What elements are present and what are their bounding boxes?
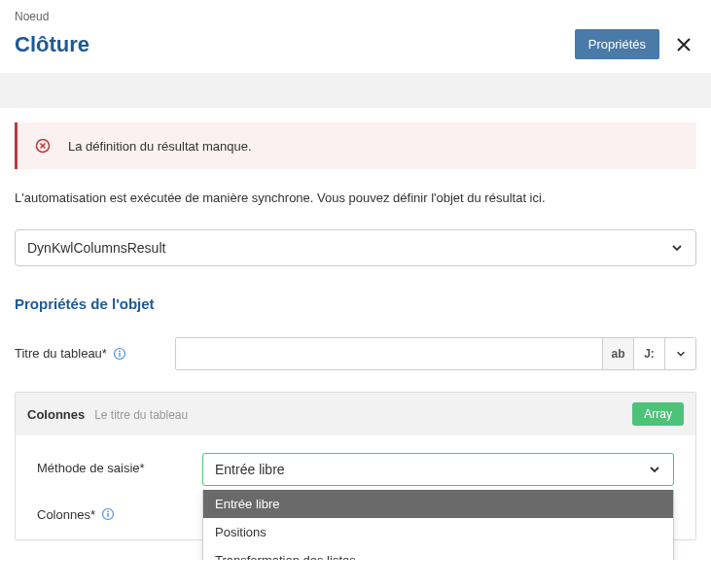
dropdown-option[interactable]: Positions [203, 518, 673, 546]
error-alert: La définition du résultat manque. [15, 122, 696, 169]
chevron-down-icon[interactable] [664, 338, 695, 369]
dropdown-option[interactable]: Entrée libre [203, 490, 673, 518]
svg-point-2 [119, 350, 121, 352]
properties-button[interactable]: Propriétés [575, 29, 659, 59]
info-icon[interactable] [113, 347, 126, 361]
panel-subtitle: Le titre du tableau [94, 408, 188, 422]
section-title: Propriétés de l'objet [15, 295, 696, 312]
array-badge: Array [632, 402, 684, 426]
info-icon[interactable] [101, 507, 115, 521]
input-method-label: Méthode de saisie* [37, 453, 202, 475]
svg-rect-3 [119, 353, 120, 357]
toolbar-band [0, 73, 711, 108]
chevron-down-icon [648, 463, 661, 476]
ab-mode-button[interactable]: ab [602, 338, 633, 369]
columns-label: Colonnes* [37, 500, 202, 522]
breadcrumb: Noeud [15, 10, 696, 23]
j-mode-button[interactable]: J: [633, 338, 664, 369]
table-title-label: Titre du tableau* [15, 346, 175, 361]
chevron-down-icon [670, 241, 684, 255]
error-message: La définition du résultat manque. [68, 139, 252, 154]
result-type-select[interactable]: DynKwlColumnsResult [15, 229, 696, 266]
columns-panel: Colonnes Le titre du tableau Array Métho… [15, 392, 696, 540]
dropdown-option[interactable]: Transformation des listes [203, 546, 673, 560]
svg-point-5 [107, 510, 109, 512]
svg-rect-6 [107, 513, 108, 517]
description-text: L'automatisation est exécutée de manière… [15, 189, 696, 208]
panel-title: Colonnes [27, 407, 85, 422]
table-title-input[interactable] [176, 338, 602, 369]
error-icon [35, 138, 51, 154]
page-title: Clôture [15, 32, 89, 57]
input-method-value: Entrée libre [215, 462, 285, 477]
result-type-value: DynKwlColumnsResult [27, 240, 165, 256]
input-method-dropdown: Entrée libre Positions Transformation de… [202, 490, 674, 560]
input-method-select[interactable]: Entrée libre [202, 453, 674, 486]
close-icon[interactable] [671, 34, 696, 55]
